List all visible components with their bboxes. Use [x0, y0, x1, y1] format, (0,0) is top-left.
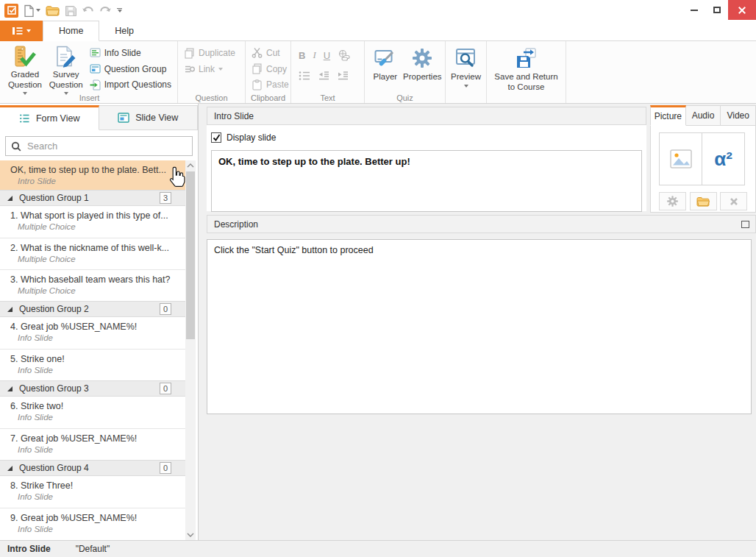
question-item[interactable]: 4. Great job %USER_NAME%!Info Slide: [0, 317, 185, 349]
question-item[interactable]: 9. Great job %USER_NAME%!Info Slide: [0, 508, 185, 539]
link-icon: [184, 64, 195, 75]
scrollbar-thumb[interactable]: [186, 171, 195, 339]
group-count-badge: 0: [160, 303, 171, 315]
question-item[interactable]: 1. What sport is played in this type of.…: [0, 206, 185, 238]
collapse-icon[interactable]: [7, 306, 13, 313]
description-editor[interactable]: Click the "Start Quiz" button to proceed: [207, 239, 752, 414]
tab-help[interactable]: Help: [99, 21, 149, 40]
item-title: 2. What is the nickname of this well-k..…: [10, 242, 181, 254]
maximize-button[interactable]: [705, 0, 728, 20]
bold-button[interactable]: B: [299, 50, 305, 61]
application-menu-button[interactable]: [0, 21, 43, 41]
question-item[interactable]: 6. Strike two!Info Slide: [0, 397, 185, 428]
question-group-button[interactable]: Question Group: [87, 61, 174, 77]
save-and-return-button[interactable]: Save and Return to Course: [490, 43, 563, 93]
info-slide-button[interactable]: Info Slide: [87, 45, 174, 61]
question-item[interactable]: 7. Great job %USER_NAME%!Info Slide: [0, 428, 185, 460]
survey-question-button[interactable]: Survey Question: [46, 43, 87, 93]
import-questions-icon: [90, 79, 101, 91]
new-document-icon: [24, 4, 34, 17]
add-picture-button[interactable]: [659, 132, 702, 185]
question-item[interactable]: 2. What is the nickname of this well-k..…: [0, 238, 185, 269]
group-label-clipboard: Clipboard: [246, 93, 290, 102]
item-subtitle: Info Slide: [10, 412, 181, 423]
scroll-down-button[interactable]: [185, 530, 196, 540]
browse-picture-button[interactable]: [690, 192, 717, 210]
app-menu-icon: [12, 26, 23, 35]
hyperlink-icon[interactable]: [338, 49, 350, 61]
ribbon-group-text: B I U Text: [291, 41, 365, 103]
redo-button[interactable]: [99, 5, 112, 15]
paste-button[interactable]: Paste: [249, 77, 292, 93]
sidebar-scrollbar[interactable]: [185, 160, 196, 540]
ribbon-group-quiz: Player Properties Quiz: [365, 41, 446, 103]
duplicate-button[interactable]: Duplicate: [181, 45, 238, 61]
open-button[interactable]: [46, 5, 60, 16]
collapse-icon[interactable]: [7, 386, 13, 392]
picture-settings-button[interactable]: [659, 192, 686, 210]
question-item[interactable]: 8. Strike Three!Info Slide: [0, 476, 185, 508]
import-questions-button[interactable]: Import Questions: [87, 77, 174, 93]
tab-video[interactable]: Video: [721, 105, 756, 126]
search-box[interactable]: [5, 136, 193, 156]
new-quiz-button[interactable]: [24, 4, 40, 17]
question-item[interactable]: 5. Strike one!Info Slide: [0, 349, 185, 380]
remove-x-icon: [729, 196, 739, 207]
save-button[interactable]: [65, 5, 76, 16]
item-subtitle: Info Slide: [10, 524, 181, 535]
question-item[interactable]: 3. Which baseball team wears this hat?Mu…: [0, 269, 185, 301]
intro-slide-panel: Intro Slide Display slide OK, time to st…: [207, 107, 646, 211]
ribbon-group-preview: Preview: [446, 41, 487, 103]
link-button[interactable]: Link: [181, 61, 238, 77]
tab-home[interactable]: Home: [43, 21, 99, 41]
scroll-up-button[interactable]: [185, 160, 196, 171]
intro-slide-panel-header: Intro Slide: [207, 107, 646, 125]
search-input[interactable]: [26, 140, 192, 152]
graded-question-button[interactable]: Graded Question: [4, 43, 46, 93]
ribbon-group-question: Duplicate Link Question: [178, 41, 246, 103]
italic-button[interactable]: I: [313, 49, 315, 61]
collapse-icon[interactable]: [7, 195, 13, 202]
display-slide-checkbox[interactable]: [211, 132, 221, 143]
dropdown-caret-icon: [36, 9, 40, 12]
status-slide-name: Intro Slide: [7, 544, 51, 554]
underline-button[interactable]: U: [324, 50, 330, 61]
cut-button[interactable]: Cut: [249, 45, 292, 61]
duplicate-icon: [184, 48, 195, 59]
tab-slide-view[interactable]: Slide View: [99, 105, 199, 130]
tab-audio[interactable]: Audio: [686, 105, 721, 126]
increase-indent-icon[interactable]: [337, 71, 349, 81]
remove-picture-button[interactable]: [720, 192, 747, 210]
tab-picture[interactable]: Picture: [650, 105, 686, 126]
media-tabs: Picture Audio Video: [650, 105, 756, 126]
question-group-header[interactable]: Question Group 30: [0, 380, 185, 397]
preview-button[interactable]: Preview: [449, 43, 483, 93]
group-title: Question Group 1: [19, 193, 89, 203]
collapse-icon[interactable]: [7, 465, 13, 472]
open-folder-icon: [46, 5, 60, 16]
add-formula-button[interactable]: α²: [702, 132, 745, 185]
question-group-header[interactable]: Question Group 13: [0, 190, 185, 206]
bullet-list-icon[interactable]: [299, 71, 310, 81]
customize-toolbar-button[interactable]: [117, 8, 122, 13]
tab-form-view[interactable]: Form View: [0, 105, 99, 130]
ribbon-tab-row: Home Help: [0, 21, 756, 41]
close-button[interactable]: [728, 0, 756, 20]
player-button[interactable]: Player: [368, 43, 403, 93]
properties-button[interactable]: Properties: [403, 43, 442, 93]
settings-gear-icon: [666, 195, 679, 207]
minimize-button[interactable]: [682, 0, 705, 20]
item-subtitle: Info Slide: [10, 365, 181, 376]
question-group-header[interactable]: Question Group 40: [0, 460, 185, 476]
question-group-header[interactable]: Question Group 20: [0, 301, 185, 317]
slide-text-editor[interactable]: OK, time to step up to the plate. Better…: [211, 150, 642, 212]
expand-panel-icon[interactable]: [741, 221, 749, 228]
group-title: Question Group 3: [19, 383, 89, 394]
undo-button[interactable]: [82, 5, 94, 15]
properties-gear-icon: [411, 46, 433, 71]
copy-button[interactable]: Copy: [249, 61, 292, 77]
decrease-indent-icon[interactable]: [318, 71, 329, 81]
intro-slide-item[interactable]: OK, time to step up to the plate. Bett..…: [0, 160, 185, 190]
scroll-down-icon: [187, 533, 194, 537]
undo-icon: [82, 5, 94, 15]
